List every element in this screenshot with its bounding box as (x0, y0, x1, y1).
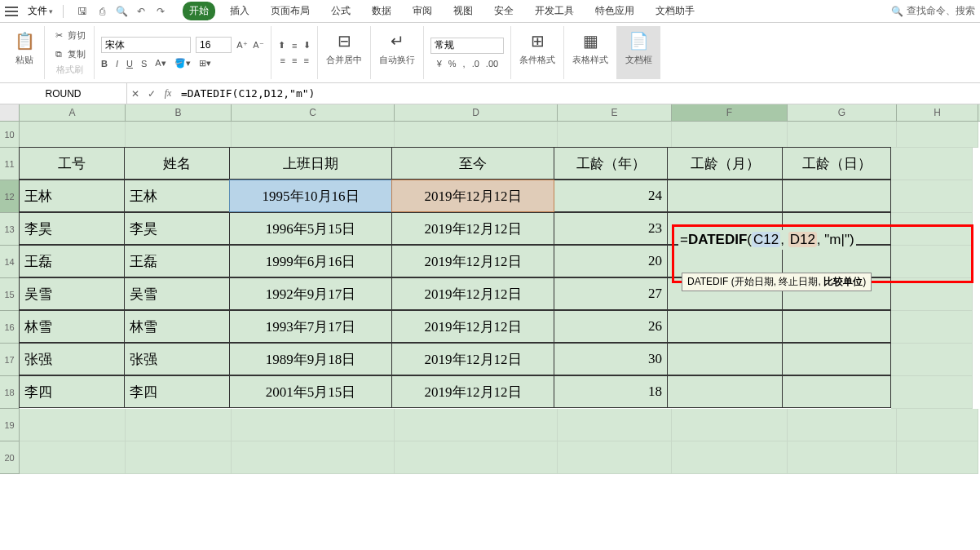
format-painter-button[interactable]: 格式刷 (55, 62, 85, 78)
cell-B13[interactable]: 李昊 (124, 212, 230, 245)
cell-A12[interactable]: 王林 (19, 180, 125, 212)
cell-D16[interactable]: 2019年12月12日 (391, 310, 554, 343)
cell-E14[interactable]: 20 (554, 245, 668, 277)
cell-C17[interactable]: 1989年9月18日 (229, 343, 392, 375)
row-header-10[interactable]: 10 (0, 122, 20, 148)
cut-button[interactable]: ✂剪切 (51, 28, 87, 43)
cell-F20[interactable] (672, 441, 788, 474)
select-all-corner[interactable] (0, 104, 20, 121)
align-left-icon[interactable]: ≡ (280, 55, 285, 65)
decrease-decimal-icon[interactable]: .0 (472, 59, 479, 69)
cell-B11[interactable]: 姓名 (124, 147, 230, 180)
align-top-icon[interactable]: ⬆ (278, 40, 285, 51)
increase-font-icon[interactable]: A⁺ (236, 39, 248, 51)
tab-review[interactable]: 审阅 (406, 2, 439, 20)
cell-B10[interactable] (126, 122, 232, 148)
strikethrough-button[interactable]: S (141, 59, 147, 69)
cell-E18[interactable]: 18 (554, 375, 668, 408)
font-size-select[interactable] (196, 37, 232, 53)
cell-G11[interactable]: 工龄（日） (782, 147, 891, 180)
cell-B14[interactable]: 王磊 (124, 245, 230, 277)
conditional-format-button[interactable]: ⊞ 条件格式 (518, 28, 557, 68)
cell-G10[interactable] (788, 122, 897, 148)
cell-G12[interactable] (782, 180, 891, 212)
col-header-h[interactable]: H (897, 104, 978, 121)
row-header-20[interactable]: 20 (0, 441, 20, 474)
cell-H10[interactable] (897, 122, 978, 148)
cell-H20[interactable] (897, 441, 978, 474)
cell-A11[interactable]: 工号 (19, 147, 125, 180)
cell-A18[interactable]: 李四 (19, 375, 125, 408)
align-middle-icon[interactable]: ≡ (292, 41, 297, 51)
wrap-text-button[interactable]: ↵ 自动换行 (377, 28, 417, 68)
hamburger-icon[interactable] (5, 7, 18, 16)
cell-F17[interactable] (667, 343, 783, 375)
cell-H17[interactable] (891, 344, 973, 376)
cell-H12[interactable] (891, 180, 973, 213)
cell-B12[interactable]: 王林 (124, 180, 230, 212)
cell-H19[interactable] (897, 409, 978, 441)
tab-dev-tools[interactable]: 开发工具 (528, 2, 580, 20)
col-header-e[interactable]: E (558, 104, 672, 121)
currency-icon[interactable]: ¥ (437, 59, 442, 69)
cell-E17[interactable]: 30 (554, 343, 668, 375)
preview-icon[interactable]: 🔍 (114, 4, 129, 19)
row-header-16[interactable]: 16 (0, 311, 20, 344)
cell-H15[interactable] (891, 278, 973, 311)
cancel-formula-button[interactable]: ✕ (127, 88, 143, 100)
tab-formula[interactable]: 公式 (324, 2, 357, 20)
cell-E12[interactable]: 24 (554, 180, 668, 212)
tab-doc-helper[interactable]: 文档助手 (649, 2, 701, 20)
cell-C16[interactable]: 1993年7月17日 (229, 310, 392, 343)
file-menu[interactable]: 文件 (23, 2, 58, 20)
cell-D18[interactable]: 2019年12月12日 (391, 375, 554, 408)
cell-B20[interactable] (126, 441, 232, 474)
cell-E15[interactable]: 27 (554, 277, 668, 310)
cell-F19[interactable] (672, 409, 788, 441)
cell-G19[interactable] (788, 409, 897, 441)
cell-D20[interactable] (395, 441, 558, 474)
doc-box-button[interactable]: 📄 文档框 (624, 28, 654, 68)
cell-E19[interactable] (558, 409, 672, 441)
save-icon[interactable]: 🖫 (75, 4, 90, 19)
cell-H13[interactable] (891, 213, 973, 246)
col-header-b[interactable]: B (126, 104, 232, 121)
row-header-19[interactable]: 19 (0, 409, 20, 441)
cell-A20[interactable] (20, 441, 126, 474)
cell-E11[interactable]: 工龄（年） (554, 147, 668, 180)
cell-B17[interactable]: 张强 (124, 343, 230, 375)
cell-C18[interactable]: 2001年5月15日 (229, 375, 392, 408)
cell-H16[interactable] (891, 311, 973, 344)
name-box[interactable] (0, 83, 127, 104)
align-bottom-icon[interactable]: ⬇ (303, 40, 311, 51)
border-button[interactable]: ⊞▾ (199, 58, 211, 69)
cell-C15[interactable]: 1992年9月17日 (229, 277, 392, 310)
cell-H11[interactable] (891, 148, 973, 180)
copy-button[interactable]: ⧉复制 (51, 47, 87, 62)
cell-C12[interactable]: 1995年10月16日 (229, 180, 392, 212)
increase-decimal-icon[interactable]: .00 (486, 59, 498, 69)
cell-A10[interactable] (20, 122, 126, 148)
row-header-17[interactable]: 17 (0, 344, 20, 376)
paste-button[interactable]: 📋 粘贴 (11, 28, 38, 68)
decrease-font-icon[interactable]: A⁻ (253, 39, 264, 51)
tab-insert[interactable]: 插入 (223, 2, 256, 20)
fill-color-button[interactable]: 🪣▾ (174, 58, 191, 69)
font-name-select[interactable] (101, 37, 191, 53)
underline-button[interactable]: U (126, 59, 133, 69)
undo-icon[interactable]: ↶ (134, 4, 148, 19)
cell-C20[interactable] (232, 441, 395, 474)
tab-start[interactable]: 开始 (183, 2, 215, 20)
tab-data[interactable]: 数据 (365, 2, 398, 20)
cell-F16[interactable] (667, 310, 783, 343)
fx-button[interactable]: fx (160, 87, 176, 100)
cell-B18[interactable]: 李四 (124, 375, 230, 408)
editing-cell-formula[interactable]: =DATEDIF(C12, D12, "m|") (678, 230, 856, 250)
cell-C11[interactable]: 上班日期 (229, 147, 392, 180)
font-color-button[interactable]: A▾ (155, 58, 166, 69)
cell-E13[interactable]: 23 (554, 212, 668, 245)
align-center-icon[interactable]: ≡ (292, 55, 297, 65)
cell-F12[interactable] (667, 180, 783, 212)
cell-E20[interactable] (558, 441, 672, 474)
cell-D10[interactable] (395, 122, 558, 148)
